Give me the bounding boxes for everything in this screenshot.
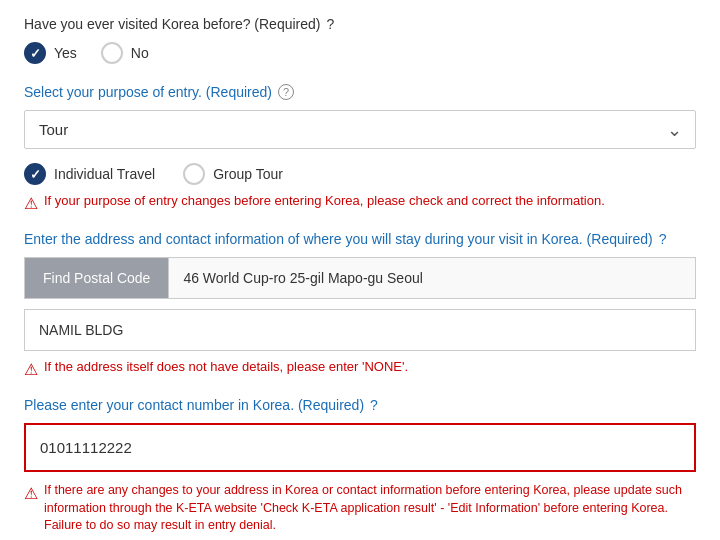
visited-no-radio[interactable] — [101, 42, 123, 64]
visited-yes-option[interactable]: Yes — [24, 42, 77, 64]
postal-address-input[interactable] — [168, 258, 695, 298]
contact-info-icon: ⚠ — [24, 483, 38, 505]
visited-radio-group: Yes No — [24, 42, 696, 64]
visited-question: Have you ever visited Korea before? (Req… — [24, 16, 696, 32]
group-tour-label: Group Tour — [213, 166, 283, 182]
find-postal-button[interactable]: Find Postal Code — [25, 258, 168, 298]
address-warning: ⚠ If the address itself does not have de… — [24, 359, 696, 379]
purpose-dropdown[interactable]: Tour Business Study Other — [24, 110, 696, 149]
address-row: Find Postal Code — [24, 257, 696, 299]
address-question-text: Enter the address and contact informatio… — [24, 231, 653, 247]
warning-icon: ⚠ — [24, 194, 38, 213]
purpose-dropdown-container: Tour Business Study Other ⌄ — [24, 110, 696, 149]
visited-question-text: Have you ever visited Korea before? (Req… — [24, 16, 321, 32]
address-warning-text: If the address itself does not have deta… — [44, 359, 408, 374]
group-tour-radio[interactable] — [183, 163, 205, 185]
contact-question: Please enter your contact number in Kore… — [24, 397, 696, 413]
contact-info: ⚠ If there are any changes to your addre… — [24, 482, 696, 535]
contact-section: Please enter your contact number in Kore… — [24, 397, 696, 535]
visited-section: Have you ever visited Korea before? (Req… — [24, 16, 696, 64]
purpose-warning: ⚠ If your purpose of entry changes befor… — [24, 193, 696, 213]
address-help-icon[interactable]: ? — [659, 231, 667, 247]
visited-help-icon[interactable]: ? — [327, 16, 335, 32]
visited-no-label: No — [131, 45, 149, 61]
travel-type-group: Individual Travel Group Tour — [24, 163, 696, 185]
contact-info-text: If there are any changes to your address… — [44, 482, 696, 535]
purpose-help-icon[interactable]: ? — [278, 84, 294, 100]
address-section: Enter the address and contact informatio… — [24, 231, 696, 379]
visited-yes-label: Yes — [54, 45, 77, 61]
contact-input-wrapper — [24, 423, 696, 472]
address-question: Enter the address and contact informatio… — [24, 231, 696, 247]
purpose-question-text: Select your purpose of entry. (Required) — [24, 84, 272, 100]
visited-no-option[interactable]: No — [101, 42, 149, 64]
group-tour-option[interactable]: Group Tour — [183, 163, 283, 185]
contact-help-icon[interactable]: ? — [370, 397, 378, 413]
individual-travel-radio[interactable] — [24, 163, 46, 185]
purpose-warning-text: If your purpose of entry changes before … — [44, 193, 605, 208]
individual-travel-label: Individual Travel — [54, 166, 155, 182]
purpose-section: Select your purpose of entry. (Required)… — [24, 84, 696, 213]
individual-travel-option[interactable]: Individual Travel — [24, 163, 155, 185]
contact-question-text: Please enter your contact number in Kore… — [24, 397, 364, 413]
building-name-input[interactable] — [24, 309, 696, 351]
purpose-question: Select your purpose of entry. (Required)… — [24, 84, 696, 100]
visited-yes-radio[interactable] — [24, 42, 46, 64]
contact-number-input[interactable] — [26, 425, 694, 470]
address-warning-icon: ⚠ — [24, 360, 38, 379]
